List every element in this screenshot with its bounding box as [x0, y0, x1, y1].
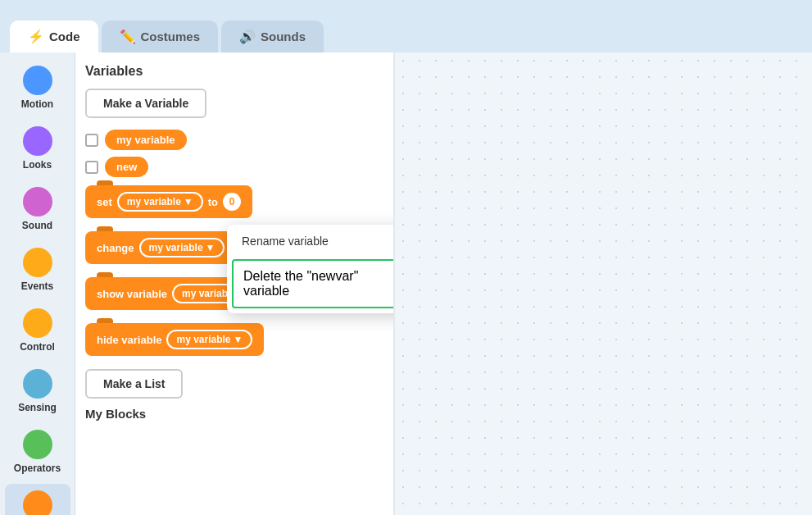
- tab-sounds[interactable]: 🔊 Sounds: [221, 21, 324, 52]
- dot-grid: [395, 52, 812, 515]
- newvar-checkbox[interactable]: [85, 161, 98, 174]
- canvas-area: [395, 52, 812, 515]
- operators-circle: [23, 430, 52, 459]
- change-var-pill[interactable]: my variable ▼: [139, 238, 225, 258]
- set-block[interactable]: set my variable ▼ to 0: [85, 185, 252, 218]
- variables-section-title: Variables: [85, 64, 383, 79]
- set-var-pill[interactable]: my variable ▼: [117, 192, 203, 212]
- sidebar-label-looks: Looks: [23, 159, 52, 171]
- sidebar-label-events: Events: [21, 280, 53, 292]
- sidebar-label-sound: Sound: [22, 220, 52, 231]
- sound-circle: [23, 187, 52, 216]
- make-list-button[interactable]: Make a List: [85, 369, 183, 399]
- variable-row-newvar: new: [85, 157, 383, 177]
- make-variable-button[interactable]: Make a Variable: [85, 89, 206, 118]
- sidebar-label-motion: Motion: [21, 98, 53, 110]
- rename-label: Rename variable: [242, 235, 329, 248]
- variables-circle: [23, 490, 52, 515]
- my-blocks-title: My Blocks: [85, 407, 383, 421]
- sidebar-item-sound[interactable]: Sound: [5, 180, 70, 238]
- sidebar-item-operators[interactable]: Operators: [5, 423, 70, 481]
- change-prefix: change: [97, 242, 134, 254]
- sidebar-item-motion[interactable]: Motion: [5, 59, 70, 116]
- sidebar-item-sensing[interactable]: Sensing: [5, 362, 70, 420]
- set-prefix: set: [97, 196, 112, 208]
- costumes-icon: ✏️: [120, 29, 136, 44]
- myvar-label: my variable: [116, 134, 175, 146]
- sidebar-label-sensing: Sensing: [18, 402, 57, 413]
- tab-code-label: Code: [49, 30, 80, 43]
- myvar-checkbox[interactable]: [85, 134, 98, 147]
- control-circle: [23, 308, 52, 338]
- delete-label: Delete the "newvar" variable: [243, 269, 358, 298]
- set-to-label: to: [208, 196, 218, 208]
- tab-bar: ⚡ Code ✏️ Costumes 🔊 Sounds: [0, 0, 812, 52]
- sidebar-item-events[interactable]: Events: [5, 241, 70, 299]
- newvar-label: new: [116, 161, 137, 173]
- sidebar-item-looks[interactable]: Looks: [5, 120, 70, 177]
- tab-code[interactable]: ⚡ Code: [10, 21, 98, 52]
- set-value-input[interactable]: 0: [223, 193, 241, 211]
- sidebar-label-operators: Operators: [14, 463, 61, 474]
- motion-circle: [23, 66, 52, 95]
- hide-variable-block[interactable]: hide variable my variable ▼: [85, 323, 264, 356]
- looks-circle: [23, 126, 52, 156]
- tab-costumes[interactable]: ✏️ Costumes: [102, 21, 219, 52]
- context-menu-delete[interactable]: Delete the "newvar" variable: [232, 259, 395, 308]
- main-area: Motion Looks Sound Events Control Sensin…: [0, 52, 812, 515]
- hide-prefix: hide variable: [97, 334, 161, 346]
- newvar-pill[interactable]: new: [105, 157, 148, 177]
- myvar-pill[interactable]: my variable: [105, 130, 187, 150]
- context-menu: Rename variable Delete the "newvar" vari…: [227, 225, 395, 313]
- blocks-panel: Variables Make a Variable my variable ne…: [75, 52, 395, 515]
- sidebar-label-control: Control: [20, 341, 55, 353]
- tab-sounds-label: Sounds: [261, 30, 306, 43]
- code-icon: ⚡: [28, 29, 44, 44]
- sidebar: Motion Looks Sound Events Control Sensin…: [0, 52, 75, 515]
- context-menu-rename[interactable]: Rename variable: [227, 225, 395, 258]
- tab-costumes-label: Costumes: [141, 30, 201, 43]
- events-circle: [23, 248, 52, 277]
- variable-row-myvar: my variable: [85, 130, 383, 150]
- show-prefix: show variable: [97, 288, 167, 300]
- sensing-circle: [23, 369, 52, 399]
- sidebar-item-variables[interactable]: Variables: [5, 484, 70, 515]
- sounds-icon: 🔊: [239, 29, 256, 44]
- sidebar-item-control[interactable]: Control: [5, 302, 70, 359]
- hide-var-pill[interactable]: my variable ▼: [166, 330, 252, 349]
